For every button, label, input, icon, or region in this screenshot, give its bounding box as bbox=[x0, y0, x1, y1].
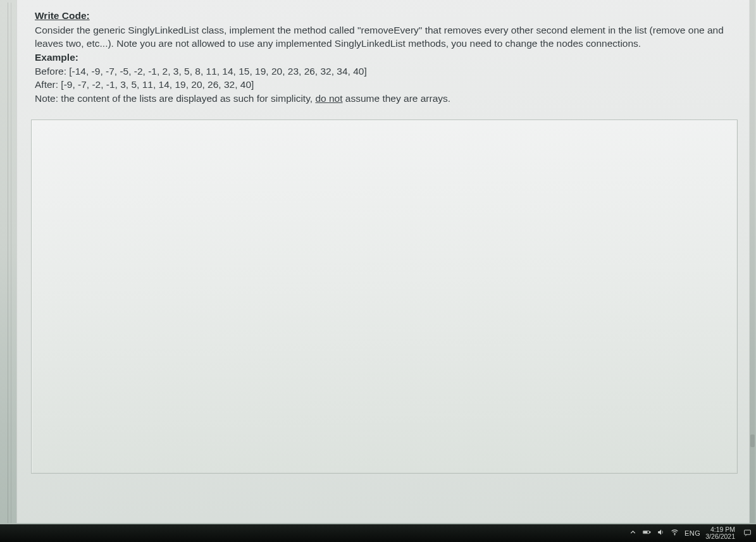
note-suffix: assume they are arrays. bbox=[343, 93, 451, 104]
wifi-icon[interactable] bbox=[671, 528, 679, 538]
svg-rect-2 bbox=[644, 531, 647, 533]
taskbar: ENG 4:19 PM 3/26/2021 bbox=[0, 524, 756, 542]
question-title: Write Code: bbox=[35, 9, 734, 23]
example-label: Example: bbox=[35, 51, 734, 65]
system-tray[interactable]: ENG bbox=[629, 528, 700, 538]
clock[interactable]: 4:19 PM 3/26/2021 bbox=[705, 526, 738, 540]
example-before: Before: [-14, -9, -7, -5, -2, -1, 2, 3, … bbox=[35, 65, 734, 78]
page-surface: Write Code: Consider the generic SinglyL… bbox=[16, 0, 750, 523]
svg-point-3 bbox=[674, 534, 675, 535]
scrollbar[interactable] bbox=[750, 0, 755, 523]
battery-icon[interactable] bbox=[643, 528, 651, 538]
answer-textarea[interactable] bbox=[31, 120, 738, 474]
question-block: Write Code: Consider the generic SinglyL… bbox=[17, 0, 749, 111]
note-underlined: do not bbox=[315, 93, 342, 104]
svg-rect-4 bbox=[745, 530, 751, 534]
volume-icon[interactable] bbox=[657, 528, 665, 538]
note-prefix: Note: the content of the lists are displ… bbox=[35, 93, 315, 104]
language-indicator[interactable]: ENG bbox=[685, 529, 700, 537]
action-center-icon[interactable] bbox=[743, 529, 752, 538]
example-after: After: [-9, -7, -2, -1, 3, 5, 11, 14, 19… bbox=[35, 78, 734, 92]
question-prompt: Consider the generic SinglyLinkedList cl… bbox=[35, 23, 734, 51]
clock-date: 3/26/2021 bbox=[705, 533, 735, 540]
chevron-up-icon[interactable] bbox=[629, 528, 637, 538]
question-note: Note: the content of the lists are displ… bbox=[35, 92, 734, 106]
page-margin-rule bbox=[8, 3, 11, 523]
svg-rect-1 bbox=[650, 531, 650, 533]
